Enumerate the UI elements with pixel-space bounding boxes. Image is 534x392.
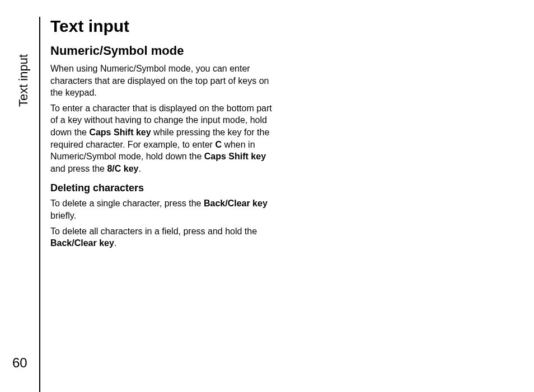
page-title: Text input	[50, 17, 274, 36]
sidebar-section-label: Text input	[10, 19, 37, 86]
section2-paragraph1: To delete a single character, press the …	[50, 197, 274, 221]
bold-letter-c: C	[215, 140, 222, 149]
vertical-divider	[39, 17, 40, 392]
sidebar-label-text: Text input	[16, 54, 31, 107]
page-content: Text input Numeric/Symbol mode When usin…	[50, 17, 274, 253]
bold-back-clear-key-2: Back/Clear key	[50, 238, 114, 248]
section-heading-deleting: Deleting characters	[50, 182, 274, 194]
section-heading-numeric: Numeric/Symbol mode	[50, 44, 274, 58]
manual-page: Text input Text input Numeric/Symbol mod…	[0, 0, 534, 392]
section1-paragraph1: When using Numeric/Symbol mode, you can …	[50, 63, 274, 99]
text-run: To delete all characters in a field, pre…	[50, 226, 257, 236]
section2-paragraph2: To delete all characters in a field, pre…	[50, 225, 274, 249]
bold-back-clear-key-1: Back/Clear key	[204, 199, 268, 208]
text-run: .	[114, 238, 116, 248]
text-run: To delete a single character, press the	[50, 199, 204, 208]
text-run: and press the	[50, 164, 107, 173]
section1-paragraph2: To enter a character that is displayed o…	[50, 102, 274, 175]
bold-8c-key: 8/C key	[107, 164, 138, 173]
bold-caps-shift-key-1: Caps Shift key	[89, 127, 151, 137]
text-run: briefly.	[50, 211, 76, 220]
page-number: 60	[12, 355, 27, 371]
bold-caps-shift-key-2: Caps Shift key	[204, 152, 266, 161]
text-run: .	[138, 164, 140, 173]
